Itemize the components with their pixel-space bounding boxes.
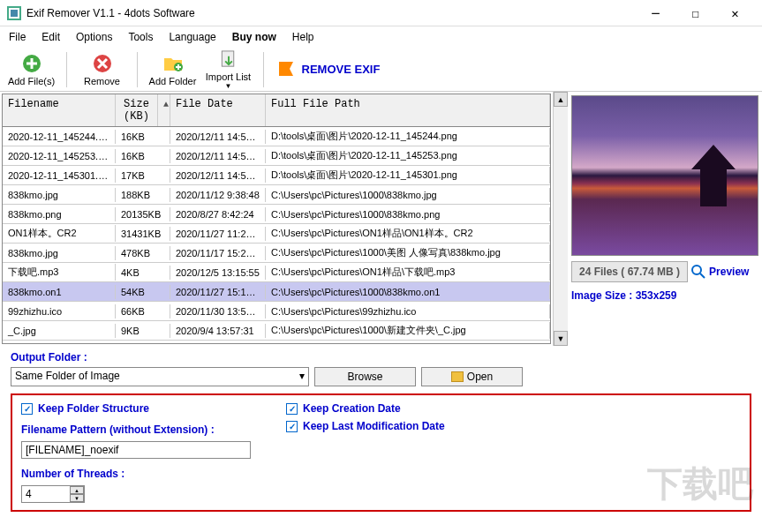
threads-spinner[interactable]: 4 ▲ ▼ <box>21 485 85 503</box>
table-row[interactable]: 2020-12-11_145301.png17KB2020/12/11 14:5… <box>3 166 550 185</box>
sort-arrow-icon: ▲ <box>163 100 169 109</box>
menu-buynow[interactable]: Buy now <box>232 31 276 43</box>
open-button[interactable]: Open <box>421 367 523 386</box>
table-header: Filename Size (KB) ▲ File Date Full File… <box>3 94 550 127</box>
add-folder-button[interactable]: Add Folder <box>148 49 197 90</box>
cell-filename: ON1样本。CR2 <box>3 225 116 242</box>
building-silhouette <box>691 145 736 206</box>
col-size[interactable]: Size (KB) <box>116 94 158 126</box>
spin-up-button[interactable]: ▲ <box>70 486 84 494</box>
menu-file[interactable]: File <box>9 31 26 43</box>
cell-size: 54KB <box>116 285 170 299</box>
titlebar: Exif Remover V1.1 - 4dots Software ─ ☐ ✕ <box>0 0 762 26</box>
col-path[interactable]: Full File Path <box>266 94 550 126</box>
preview-link[interactable]: Preview <box>709 266 749 278</box>
col-date[interactable]: File Date <box>170 94 266 126</box>
cell-size: 31431KB <box>116 227 170 241</box>
add-files-button[interactable]: Add File(s) <box>7 49 56 90</box>
spin-down-button[interactable]: ▼ <box>70 494 84 502</box>
cell-date: 2020/12/11 14:52:44 <box>170 130 266 144</box>
remove-exif-button[interactable]: REMOVE EXIF <box>275 49 381 90</box>
cell-date: 2020/12/11 14:53:09 <box>170 169 266 183</box>
table-row[interactable]: 2020-12-11_145244.png16KB2020/12/11 14:5… <box>3 127 550 146</box>
menu-tools[interactable]: Tools <box>128 31 153 43</box>
pattern-input[interactable] <box>21 441 251 459</box>
separator <box>66 52 67 87</box>
cell-path: C:\Users\pc\Pictures\1000\838kmo.on1 <box>266 285 550 299</box>
menu-language[interactable]: Language <box>169 31 215 43</box>
col-sort-indicator[interactable]: ▲ <box>158 94 170 126</box>
keep-creation-checkbox[interactable]: ✓ <box>286 403 298 415</box>
table-row[interactable]: ON1样本。CR231431KB2020/11/27 11:27:41C:\Us… <box>3 224 550 244</box>
cell-path: C:\Users\pc\Pictures\1000\838kmo.jpg <box>266 188 550 202</box>
table-row[interactable]: 838kmo.png20135KB2020/8/27 8:42:24C:\Use… <box>3 205 550 224</box>
remove-label: Remove <box>84 76 120 86</box>
scroll-track[interactable] <box>554 107 568 331</box>
toolbar: Add File(s) Remove Add Folder Import Lis… <box>0 48 762 92</box>
table-row[interactable]: 下载吧.mp34KB2020/12/5 13:15:55C:\Users\pc\… <box>3 263 550 282</box>
remove-icon <box>92 53 113 74</box>
cell-path: C:\Users\pc\Pictures\ON1样品\ON1样本。CR2 <box>266 225 550 242</box>
close-button[interactable]: ✕ <box>715 0 755 26</box>
table-row[interactable]: 99zhizhu.ico66KB2020/11/30 13:59:13C:\Us… <box>3 302 550 321</box>
cell-filename: 838kmo.jpg <box>3 188 116 202</box>
keep-folder-label: Keep Folder Structure <box>38 402 149 415</box>
file-count-label: 24 Files ( 67.74 MB ) <box>571 261 688 282</box>
svg-rect-2 <box>11 10 18 17</box>
table-row[interactable]: 838kmo.jpg478KB2020/11/17 15:22:01C:\Use… <box>3 244 550 263</box>
cell-size: 478KB <box>116 246 170 260</box>
remove-button[interactable]: Remove <box>78 49 126 90</box>
cell-size: 16KB <box>116 149 170 163</box>
preview-image <box>571 95 758 256</box>
table-body: 2020-12-11_145244.png16KB2020/12/11 14:5… <box>3 127 550 344</box>
table-row[interactable]: 2020-12-11_145253.png16KB2020/12/11 14:5… <box>3 146 550 166</box>
cell-size: 66KB <box>116 304 170 318</box>
cell-size: 188KB <box>116 188 170 202</box>
scroll-down-button[interactable]: ▼ <box>554 331 568 346</box>
col-filename[interactable]: Filename <box>3 94 116 126</box>
import-list-label: Import List <box>206 71 251 82</box>
menu-options[interactable]: Options <box>76 31 112 43</box>
table-row[interactable]: 838kmo.on154KB2020/11/27 15:19:13C:\User… <box>3 282 550 302</box>
scroll-up-button[interactable]: ▲ <box>554 92 568 107</box>
browse-button[interactable]: Browse <box>314 367 416 386</box>
threads-label: Number of Threads : <box>21 468 251 480</box>
import-list-button[interactable]: Import List ▼ <box>204 49 253 90</box>
folder-plus-icon <box>162 53 184 74</box>
cell-date: 2020/12/5 13:15:55 <box>170 266 266 280</box>
cell-path: C:\Users\pc\Pictures\ON1样品\下载吧.mp3 <box>266 264 550 281</box>
keep-creation-label: Keep Creation Date <box>303 402 401 415</box>
vertical-scrollbar[interactable]: ▲ ▼ <box>553 92 568 346</box>
cell-filename: 2020-12-11_145244.png <box>3 130 116 144</box>
cell-path: C:\Users\pc\Pictures\99zhizhu.ico <box>266 304 550 318</box>
add-folder-label: Add Folder <box>149 76 197 86</box>
cell-size: 4KB <box>116 266 170 280</box>
menu-help[interactable]: Help <box>292 31 314 43</box>
cell-filename: 2020-12-11_145253.png <box>3 149 116 163</box>
window-title: Exif Remover V1.1 - 4dots Software <box>26 7 636 19</box>
table-row[interactable]: 838kmo.jpg188KB2020/11/12 9:38:48C:\User… <box>3 185 550 205</box>
table-row[interactable]: _C.jpg9KB2020/9/4 13:57:31C:\Users\pc\Pi… <box>3 321 550 341</box>
import-icon <box>218 49 239 70</box>
separator <box>263 52 264 87</box>
cell-path: C:\Users\pc\Pictures\1000\838kmo.png <box>266 207 550 221</box>
remove-exif-label: REMOVE EXIF <box>302 63 381 76</box>
cell-date: 2020/11/12 9:38:48 <box>170 188 266 202</box>
cell-date: 2020/11/17 15:22:01 <box>170 246 266 260</box>
app-icon <box>7 6 21 20</box>
keep-modification-checkbox[interactable]: ✓ <box>286 421 298 432</box>
dropdown-icon: ▾ <box>299 370 305 382</box>
bottom-panel: Output Folder : Same Folder of Image ▾ B… <box>0 346 762 517</box>
image-size-label: Image Size : 353x259 <box>571 289 758 302</box>
keep-folder-checkbox[interactable]: ✓ <box>21 403 33 415</box>
add-files-label: Add File(s) <box>8 76 55 86</box>
minimize-button[interactable]: ─ <box>636 0 675 26</box>
cell-filename: 838kmo.jpg <box>3 246 116 260</box>
cell-filename: _C.jpg <box>3 324 116 338</box>
menu-edit[interactable]: Edit <box>41 31 60 43</box>
cell-date: 2020/12/11 14:52:58 <box>170 149 266 163</box>
cell-filename: 838kmo.on1 <box>3 285 116 299</box>
file-table[interactable]: Filename Size (KB) ▲ File Date Full File… <box>2 94 551 344</box>
maximize-button[interactable]: ☐ <box>675 0 715 26</box>
output-folder-select[interactable]: Same Folder of Image ▾ <box>11 367 309 386</box>
